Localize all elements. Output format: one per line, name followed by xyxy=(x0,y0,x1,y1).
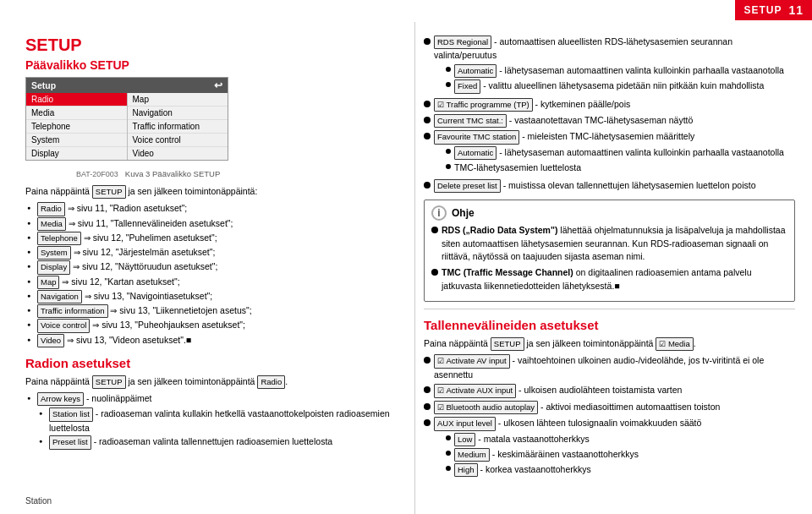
setup-menu-header: Setup ↩ xyxy=(26,78,228,93)
activate-av-bullet: ■ Activate AV input - vaihtoehtoinen ulk… xyxy=(424,354,795,381)
aux-level-dot: ■ xyxy=(424,419,431,426)
bullet-display: Display ⇒ sivu 12, "Näyttöruudun asetuks… xyxy=(25,260,398,274)
sub-automatic: Automatic - lähetysaseman automaattinen … xyxy=(446,64,795,78)
navigation-tag: Navigation xyxy=(37,290,82,303)
setup-caption: BAT-20F003 Kuva 3 Päävalikko SETUP xyxy=(76,169,398,178)
tmc-stat-tag: Current TMC stat.: xyxy=(434,114,507,128)
arrowkeys-tag: Arrow keys xyxy=(37,392,84,406)
bullet-traffic: Traffic information ⇒ sivu 13, "Liikenne… xyxy=(25,304,398,318)
right-column: ■ RDS Regional - automaattisen alueellis… xyxy=(414,22,812,514)
activate-av-text: Activate AV input - vaihtoehtoinen ulkoi… xyxy=(434,354,795,381)
delete-preset-text: Delete preset list - muistissa olevan ta… xyxy=(434,179,795,193)
activate-aux-tag: Activate AUX input xyxy=(434,384,516,398)
setup-item-traffic[interactable]: Traffic information xyxy=(128,120,228,134)
rds-info-bullet: ■ RDS („Radio Data System") lähettää ohj… xyxy=(431,224,787,264)
activate-aux-bullet: ■ Activate AUX input - ulkoisen audioläh… xyxy=(424,384,795,398)
left-column: SETUP Päävalikko SETUP Setup ↩ Radio Med… xyxy=(0,22,414,514)
tmc-stat-dot: ■ xyxy=(424,117,431,123)
automatic-tag2: Automatic xyxy=(454,146,497,160)
sub-fav-auto-text: Automatic - lähetysaseman automaattinen … xyxy=(454,146,795,160)
delete-preset-tag: Delete preset list xyxy=(434,179,501,193)
main-wrapper: SETUP Päävalikko SETUP Setup ↩ Radio Med… xyxy=(0,0,812,514)
setup-item-voice[interactable]: Voice control xyxy=(128,134,228,147)
delete-preset-bullet: ■ Delete preset list - muistissa olevan … xyxy=(424,179,795,193)
setup-item-media[interactable]: Media xyxy=(26,107,127,120)
info-box: i Ohje ■ RDS („Radio Data System") lähet… xyxy=(424,200,795,302)
medium-text: Medium - keskimääräinen vastaanottoherkk… xyxy=(454,448,795,462)
bullet-navigation: Navigation ⇒ sivu 13, "Navigointiasetuks… xyxy=(25,290,398,303)
caption-text: Kuva 3 Päävalikko SETUP xyxy=(125,169,220,178)
tmc-info-bullet: ■ TMC (Traffic Message Channel) on digit… xyxy=(431,266,787,293)
info-box-title: i Ohje xyxy=(431,205,787,221)
sub-tmc-list-text: TMC-lähetysasemien luettelosta xyxy=(454,161,795,175)
back-arrow-icon: ↩ xyxy=(214,79,222,91)
main-title: SETUP xyxy=(25,36,398,55)
activate-aux-text: Activate AUX input - ulkoisen audiolähte… xyxy=(434,384,795,398)
station-label: Station xyxy=(25,496,52,506)
sub-fixed-text: Fixed - valittu alueellinen lähetysasema… xyxy=(454,79,795,93)
fav-tmc-text: Favourite TMC station - mieleisten TMC-l… xyxy=(434,130,795,176)
aux-level-text: AUX input level - ulkosen lähteen tulosi… xyxy=(434,417,795,478)
setup-tag3: SETUP xyxy=(491,337,524,351)
fav-tmc-tag: Favourite TMC station xyxy=(434,130,519,144)
bullet-media: Media ⇒ sivu 11, "Tallennevälineiden ase… xyxy=(25,217,398,231)
setup-item-video[interactable]: Video xyxy=(128,147,228,160)
setup-col-left: Radio Media Telephone System Display xyxy=(26,93,128,160)
low-text: Low - matala vastaanottoherkkys xyxy=(454,433,795,446)
map-tag: Map xyxy=(37,276,59,289)
low-dot xyxy=(446,435,451,440)
bullet-system: System ⇒ sivu 12, "Järjestelmän asetukse… xyxy=(25,246,398,260)
bullet-video: Video ⇒ sivu 13, "Videon asetukset".■ xyxy=(25,334,398,347)
section-divider xyxy=(424,309,795,309)
setup-item-system[interactable]: System xyxy=(26,134,127,147)
sub-fav-auto: Automatic - lähetysaseman automaattinen … xyxy=(446,146,795,160)
sub-title: Päävalikko SETUP xyxy=(25,58,398,72)
radion-intro: Paina näppäintä SETUP ja sen jälkeen toi… xyxy=(25,375,398,389)
tallennevalineiden-intro: Paina näppäintä SETUP ja sen jälkeen toi… xyxy=(424,337,795,352)
rds-bold: RDS („Radio Data System") xyxy=(442,225,557,235)
stationlist-tag: Station list xyxy=(49,407,93,421)
high-dot xyxy=(446,466,451,471)
header-title: SETUP xyxy=(743,4,782,16)
low-tag: Low xyxy=(454,433,475,446)
sub-medium: Medium - keskimääräinen vastaanottoherkk… xyxy=(446,448,795,462)
sub-low: Low - matala vastaanottoherkkys xyxy=(446,433,795,446)
main-bullet-list: Radio ⇒ sivu 11, "Radion asetukset"; Med… xyxy=(25,202,398,347)
setup-item-radio[interactable]: Radio xyxy=(26,93,127,107)
tmc-stat-bullet: ■ Current TMC stat.: - vastaanotettavan … xyxy=(424,114,795,128)
radion-bullet-list: Arrow keys - nuolinäppäimet Station list… xyxy=(25,392,398,450)
tp-dot: ■ xyxy=(424,101,431,107)
rds-regional-tag: RDS Regional xyxy=(434,36,491,49)
page-header: SETUP 11 xyxy=(735,0,812,20)
setup-item-navigation[interactable]: Navigation xyxy=(128,107,228,120)
setup-item-telephone[interactable]: Telephone xyxy=(26,120,127,134)
bullet-presetlist: Preset list - radioaseman valinta tallen… xyxy=(37,435,398,449)
tmc-info-text: TMC (Traffic Message Channel) on digitaa… xyxy=(442,266,787,293)
setup-col-right: Map Navigation Traffic information Voice… xyxy=(128,93,228,160)
setup-tag-inline: SETUP xyxy=(92,185,126,199)
header-page: 11 xyxy=(788,3,804,17)
display-tag: Display xyxy=(37,260,70,274)
bullet-stationlist: Station list - radioaseman valinta kulla… xyxy=(37,407,398,435)
traffic-tag: Traffic information xyxy=(37,304,108,318)
fav-tmc-dot: ■ xyxy=(424,133,431,139)
bluetooth-dot: ■ xyxy=(424,403,431,410)
setup-item-display[interactable]: Display xyxy=(26,147,127,160)
aux-level-tag: AUX input level xyxy=(434,417,496,430)
tmc-stat-text: Current TMC stat.: - vastaanotettavan TM… xyxy=(434,114,795,128)
bluetooth-tag: Bluetooth audio autoplay xyxy=(434,401,538,415)
tmc-bold: TMC (Traffic Message Channel) xyxy=(442,267,573,277)
bullet-map: Map ⇒ sivu 12, "Kartan asetukset"; xyxy=(25,276,398,289)
bullet-radio: Radio ⇒ sivu 11, "Radion asetukset"; xyxy=(25,202,398,216)
bluetooth-text: Bluetooth audio autoplay - aktivoi media… xyxy=(434,401,795,415)
delete-dot: ■ xyxy=(424,182,431,189)
fav-tmc-bullet: ■ Favourite TMC station - mieleisten TMC… xyxy=(424,130,795,176)
radion-title: Radion asetukset xyxy=(25,356,398,370)
setup-item-map[interactable]: Map xyxy=(128,93,228,107)
presetlist-tag: Preset list xyxy=(49,435,91,449)
setup-menu: Setup ↩ Radio Media Telephone System Dis… xyxy=(25,77,228,161)
bullet-dot: ■ xyxy=(424,38,431,45)
medium-dot xyxy=(446,451,451,456)
tp-text: Traffic programme (TP) - kytkeminen pääl… xyxy=(434,98,795,112)
radio-tag2: Radio xyxy=(257,375,285,389)
